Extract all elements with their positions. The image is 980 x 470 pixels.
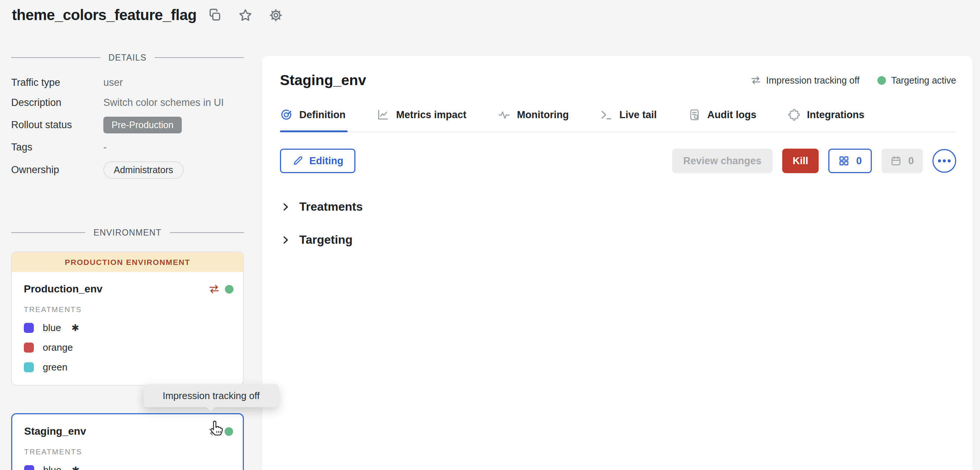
impression-tracking-icon (751, 76, 761, 85)
tab-audit-logs[interactable]: Audit logs (688, 108, 757, 132)
kill-button-label: Kill (792, 155, 808, 167)
header-icons (208, 8, 283, 22)
pulse-icon (498, 108, 511, 121)
editing-button[interactable]: Editing (280, 149, 355, 173)
tab-label: Audit logs (708, 109, 757, 121)
targeting-status-dot (877, 76, 886, 85)
treatment-swatch (24, 465, 34, 470)
environment-card-production[interactable]: PRODUCTION ENVIRONMENT Production_env TR… (11, 251, 244, 386)
environment-heading-label: ENVIRONMENT (93, 228, 161, 238)
tab-label: Integrations (807, 109, 865, 121)
tab-definition[interactable]: Definition (280, 108, 345, 132)
targeting-status-label: Targeting active (891, 75, 956, 86)
treatment-name: orange (43, 342, 73, 353)
treatment-name: blue (43, 322, 61, 333)
tooltip-impression-tracking: Impression tracking off (143, 384, 279, 407)
section-targeting[interactable]: Targeting (280, 233, 956, 247)
details-heading-label: DETAILS (108, 53, 147, 63)
detail-label: Tags (11, 141, 103, 153)
detail-label: Rollout status (11, 119, 103, 131)
ownership-pill[interactable]: Administrators (103, 161, 184, 179)
rules-count-button[interactable]: 0 (828, 149, 872, 173)
treatment-row-blue: blue ✱ (12, 464, 243, 470)
tab-metrics-impact[interactable]: Metrics impact (377, 108, 466, 132)
hand-cursor (208, 419, 227, 438)
treatment-row-blue: blue ✱ (12, 322, 243, 333)
impression-tracking-icon[interactable] (208, 284, 220, 294)
detail-label: Traffic type (11, 77, 103, 89)
divider (155, 57, 244, 58)
detail-label: Description (11, 97, 103, 108)
production-environment-banner: PRODUCTION ENVIRONMENT (12, 252, 243, 272)
review-changes-label: Review changes (683, 155, 761, 167)
toolbar: Editing Review changes Kill 0 (280, 149, 956, 173)
detail-value: Switch color schemes in UI (103, 97, 224, 108)
tab-bar: Definition Metrics impact Monitoring Liv… (280, 108, 956, 132)
tab-integrations[interactable]: Integrations (788, 108, 865, 132)
page-title: theme_colors_feature_flag (12, 7, 197, 24)
impression-status-label: Impression tracking off (766, 75, 859, 86)
divider (170, 232, 244, 233)
treatment-name: blue (43, 464, 61, 470)
targeting-status: Targeting active (877, 75, 956, 86)
treatment-row-orange: orange (12, 342, 243, 353)
ellipsis-icon (943, 159, 946, 162)
terminal-icon (600, 108, 612, 121)
detail-row-tags: Tags - (11, 141, 244, 154)
divider (11, 232, 85, 233)
puzzle-icon (788, 108, 800, 121)
detail-row-traffic-type: Traffic type user (11, 76, 244, 89)
detail-row-rollout-status: Rollout status Pre-Production (11, 117, 244, 133)
tooltip-text: Impression tracking off (162, 390, 259, 402)
impression-tracking-status: Impression tracking off (751, 75, 859, 86)
treatment-swatch (24, 323, 34, 333)
ellipsis-icon (938, 159, 941, 162)
environment-heading: ENVIRONMENT (11, 227, 244, 238)
editing-button-label: Editing (309, 155, 343, 167)
schedule-count-value: 0 (908, 155, 914, 167)
rollout-status-badge: Pre-Production (103, 117, 182, 133)
section-label: Targeting (299, 233, 352, 247)
treatments-label: TREATMENTS (12, 437, 243, 456)
environment-detail-panel: Staging_env Impression tracking off Targ… (262, 56, 972, 470)
treatment-swatch (24, 362, 34, 372)
target-pen-icon (280, 108, 293, 121)
grid-icon (838, 155, 850, 167)
default-treatment-icon: ✱ (72, 465, 80, 470)
review-changes-button[interactable]: Review changes (672, 149, 773, 173)
environment-name: Staging_env (24, 426, 208, 437)
section-label: Treatments (299, 200, 363, 214)
detail-value: user (103, 77, 123, 89)
treatments-label: TREATMENTS (12, 295, 243, 314)
tab-label: Monitoring (517, 109, 569, 121)
star-icon[interactable] (238, 8, 253, 22)
chart-icon (377, 108, 389, 121)
chevron-right-icon (280, 235, 291, 246)
gear-icon[interactable] (269, 8, 283, 22)
treatment-name: green (43, 362, 68, 373)
default-treatment-icon: ✱ (72, 322, 79, 333)
detail-row-description: Description Switch color schemes in UI (11, 97, 244, 109)
document-search-icon (688, 108, 701, 121)
pencil-icon (292, 155, 303, 167)
treatment-row-green: green (12, 362, 243, 373)
tab-monitoring[interactable]: Monitoring (498, 108, 569, 132)
detail-value: - (103, 141, 107, 153)
section-treatments[interactable]: Treatments (280, 200, 956, 214)
tooltip-caret (206, 407, 216, 411)
details-heading: DETAILS (11, 52, 244, 63)
detail-label: Ownership (11, 164, 103, 176)
rules-count-value: 0 (856, 155, 862, 167)
copy-icon[interactable] (208, 8, 222, 22)
more-options-button[interactable] (932, 149, 956, 173)
environment-name: Production_env (24, 283, 208, 295)
ellipsis-icon (948, 159, 951, 162)
schedule-count-button[interactable]: 0 (881, 149, 923, 173)
kill-button[interactable]: Kill (782, 149, 819, 173)
treatment-swatch (24, 343, 34, 352)
environment-title: Staging_env (280, 72, 751, 89)
calendar-icon (890, 155, 902, 167)
tab-live-tail[interactable]: Live tail (600, 108, 657, 132)
detail-row-ownership: Ownership Administrators (11, 161, 244, 179)
tab-label: Definition (299, 109, 345, 121)
